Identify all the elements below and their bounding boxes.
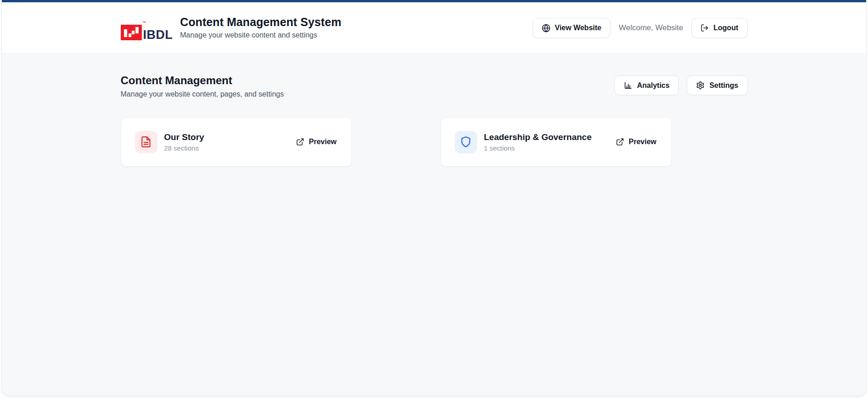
- header-actions: View Website Welcome, Website Logout: [533, 18, 748, 38]
- page-title: Content Management System: [180, 16, 342, 29]
- analytics-button[interactable]: Analytics: [615, 76, 679, 95]
- card-text: Leadership & Governance 1 sections: [484, 132, 592, 152]
- section-actions: Analytics Settings: [615, 76, 747, 95]
- card-text: Our Story 28 sections: [164, 132, 205, 152]
- globe-icon: [542, 24, 550, 32]
- document-icon-badge: [135, 131, 157, 153]
- section-heading-block: Content Management Manage your website c…: [121, 74, 284, 98]
- card-sections-count: 1 sections: [484, 144, 592, 152]
- app-frame: ™ IBDL Content Management System Manage …: [1, 0, 867, 396]
- preview-label: Preview: [629, 138, 656, 146]
- shield-icon: [460, 136, 472, 148]
- gear-icon: [696, 81, 705, 90]
- brand: ™ IBDL Content Management System Manage …: [121, 16, 342, 40]
- view-website-label: View Website: [555, 23, 602, 32]
- ibdl-logo: ™ IBDL: [121, 25, 173, 40]
- preview-label: Preview: [309, 138, 336, 146]
- settings-button[interactable]: Settings: [687, 76, 747, 95]
- view-website-button[interactable]: View Website: [533, 18, 611, 38]
- shield-icon-badge: [455, 131, 477, 153]
- section-heading: Content Management: [121, 74, 284, 87]
- trademark-symbol: ™: [142, 21, 146, 25]
- analytics-label: Analytics: [637, 81, 669, 90]
- content-cards: Our Story 28 sections Preview: [121, 117, 748, 167]
- preview-button[interactable]: Preview: [615, 135, 657, 149]
- logout-label: Logout: [713, 23, 738, 32]
- main-content: Content Management Manage your website c…: [121, 54, 748, 167]
- welcome-text: Welcome, Website: [619, 23, 683, 32]
- app-header: ™ IBDL Content Management System Manage …: [2, 2, 866, 54]
- card-title: Leadership & Governance: [484, 132, 592, 142]
- settings-label: Settings: [709, 81, 738, 90]
- card-our-story[interactable]: Our Story 28 sections Preview: [121, 117, 352, 167]
- page-subtitle: Manage your website content and settings: [180, 31, 342, 39]
- brand-name: IBDL: [143, 30, 173, 40]
- external-link-icon: [296, 138, 304, 146]
- title-block: Content Management System Manage your we…: [180, 16, 342, 40]
- card-title: Our Story: [164, 132, 205, 142]
- external-link-icon: [616, 138, 624, 146]
- bar-chart-icon: [624, 81, 632, 90]
- ibdl-bars-logo-icon: [121, 25, 142, 40]
- logout-button[interactable]: Logout: [691, 18, 747, 38]
- section-subheading: Manage your website content, pages, and …: [121, 90, 284, 98]
- card-sections-count: 28 sections: [164, 144, 205, 152]
- file-text-icon: [140, 136, 152, 148]
- logout-icon: [701, 24, 709, 32]
- card-leadership-governance[interactable]: Leadership & Governance 1 sections Previ…: [441, 117, 672, 167]
- preview-button[interactable]: Preview: [295, 135, 337, 149]
